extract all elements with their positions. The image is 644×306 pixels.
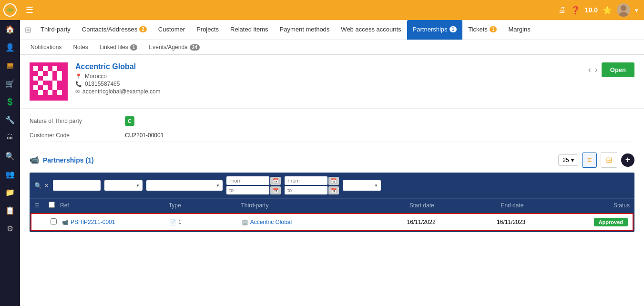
tabs-row-1: ⊞ Third-party Contacts/Addresses 2 Custo…: [20, 20, 644, 40]
svg-rect-20: [52, 76, 57, 81]
table-row: 📹 PSHIP2211-0001 📄 1 🏢 Accentric Global …: [31, 213, 634, 231]
tab2-events-agenda[interactable]: Events/Agenda 24: [143, 40, 205, 54]
column-options-icon[interactable]: ☰: [34, 202, 40, 209]
end-date-to-cal-button[interactable]: 📅: [328, 186, 339, 194]
filter-clear-icon[interactable]: ✕: [44, 182, 49, 189]
svg-rect-11: [33, 71, 38, 76]
sidebar-grid-icon[interactable]: ▦: [0, 56, 20, 74]
tab2-notes[interactable]: Notes: [67, 40, 93, 54]
user-avatar[interactable]: [617, 3, 630, 17]
end-date-from-input[interactable]: [285, 176, 327, 185]
sidebar-logo[interactable]: [0, 0, 20, 20]
sidebar-bank-icon[interactable]: 🏛: [0, 129, 20, 147]
filter-ref-input[interactable]: [53, 180, 101, 191]
partnerships-title: 📹 Partnerships (1): [30, 155, 94, 164]
star-icon[interactable]: ⭐: [603, 6, 612, 15]
end-date-filter-group: 📅 📅: [285, 176, 339, 194]
thirdparty-value[interactable]: Accentric Global: [250, 219, 292, 225]
svg-rect-33: [33, 90, 38, 95]
add-partnership-button[interactable]: +: [621, 153, 634, 167]
start-date-from-input[interactable]: [226, 176, 269, 185]
list-view-button[interactable]: ≡: [582, 153, 597, 168]
tab-grid-icon: ⊞: [25, 25, 31, 34]
sidebar-list-icon[interactable]: 📋: [0, 201, 20, 219]
per-page-select[interactable]: 25 ▾: [558, 154, 578, 166]
start-date-to-row: 📅: [226, 186, 281, 194]
svg-rect-22: [33, 81, 38, 85]
tab-projects[interactable]: Projects: [191, 20, 225, 40]
th-thirdparty: Third-party: [241, 202, 377, 209]
svg-rect-7: [43, 66, 48, 71]
tab-margins[interactable]: Margins: [502, 20, 536, 40]
td-type: 📄 1: [170, 219, 242, 225]
start-date-to-input[interactable]: [226, 186, 269, 194]
sidebar-money-icon[interactable]: 💲: [0, 92, 20, 111]
company-actions: ‹ › Open: [588, 62, 634, 77]
tab-customer[interactable]: Customer: [153, 20, 191, 40]
svg-rect-10: [57, 66, 62, 71]
sidebar-tools-icon[interactable]: 🔧: [0, 111, 20, 129]
print-icon[interactable]: 🖨: [558, 6, 566, 14]
top-header: ☰ 🖨 ❓ 10.0 ⭐ ▾: [20, 0, 644, 20]
row-checkbox[interactable]: [51, 218, 57, 224]
hamburger-menu[interactable]: ☰: [26, 5, 33, 15]
start-date-to-cal-button[interactable]: 📅: [270, 186, 281, 194]
start-date-filter-group: 📅 📅: [226, 176, 281, 194]
filter-type-wrapper: [104, 180, 143, 191]
tab-contacts-addresses[interactable]: Contacts/Addresses 2: [76, 20, 153, 40]
start-date-from-row: 📅: [226, 176, 281, 185]
svg-rect-28: [38, 85, 43, 90]
tab-web-access[interactable]: Web access accounts: [335, 20, 407, 40]
tickets-badge: 1: [490, 26, 497, 32]
svg-rect-21: [57, 76, 62, 81]
sidebar-search-icon[interactable]: 🔍: [0, 147, 20, 165]
table-filter-row: 🔍 ✕: [30, 173, 634, 198]
tab2-notifications[interactable]: Notifications: [25, 40, 67, 54]
company-phone: 📞 01315587465: [75, 81, 581, 87]
end-date-from-cal-button[interactable]: 📅: [328, 177, 339, 185]
filter-type-select[interactable]: [104, 180, 143, 191]
company-name[interactable]: Accentric Global: [75, 62, 581, 71]
partnerships-table: 🔍 ✕: [30, 173, 634, 232]
sidebar-folder-icon[interactable]: 📁: [0, 183, 20, 201]
email-icon: ✉: [75, 89, 80, 95]
company-logo: [30, 62, 68, 101]
svg-point-2: [621, 5, 626, 11]
svg-rect-15: [52, 71, 57, 76]
tab2-linked-files[interactable]: Linked files 1: [94, 40, 143, 54]
open-button[interactable]: Open: [602, 62, 634, 77]
nature-badge: C: [125, 116, 134, 126]
sidebar-users-icon[interactable]: 👥: [0, 165, 20, 183]
tab-third-party[interactable]: Third-party: [35, 20, 76, 40]
avatar-dropdown-icon[interactable]: ▾: [635, 7, 638, 14]
sidebar-settings-icon[interactable]: ⚙: [0, 219, 20, 237]
filter-status-select[interactable]: Approved: [343, 180, 381, 191]
prev-arrow[interactable]: ‹: [588, 65, 591, 75]
ref-value[interactable]: PSHIP2211-0001: [71, 219, 115, 225]
field-label-customer-code: Customer Code: [30, 132, 125, 139]
help-icon[interactable]: ❓: [571, 6, 580, 15]
partnerships-header: 📹 Partnerships (1) 25 ▾ ≡ ⊞ +: [30, 152, 634, 168]
type-value: 1: [178, 219, 182, 225]
select-all-checkbox[interactable]: [49, 202, 55, 208]
svg-rect-8: [48, 66, 52, 71]
list-view-icon: ≡: [587, 156, 592, 164]
next-arrow[interactable]: ›: [595, 65, 598, 75]
svg-rect-30: [48, 85, 52, 90]
sidebar-home-icon[interactable]: 🏠: [0, 20, 20, 38]
filter-search-icons: 🔍 ✕: [34, 182, 49, 189]
th-checkbox: [49, 202, 60, 209]
sidebar-cart-icon[interactable]: 🛒: [0, 74, 20, 92]
tab-related-items[interactable]: Related items: [225, 20, 274, 40]
tab-tickets[interactable]: Tickets 1: [462, 20, 502, 40]
field-value-customer-code: CU2201-00001: [125, 132, 164, 139]
filter-search-icon[interactable]: 🔍: [34, 182, 42, 189]
tab-partnerships[interactable]: Partnerships 1: [407, 20, 463, 40]
tab-payment-methods[interactable]: Payment methods: [274, 20, 336, 40]
filter-thirdparty-select[interactable]: [146, 180, 223, 191]
start-date-from-cal-button[interactable]: 📅: [270, 177, 281, 185]
company-country: 📍 Morocco: [75, 73, 581, 80]
grid-view-button[interactable]: ⊞: [601, 152, 617, 168]
end-date-to-input[interactable]: [285, 186, 327, 194]
sidebar-user-icon[interactable]: 👤: [0, 38, 20, 56]
